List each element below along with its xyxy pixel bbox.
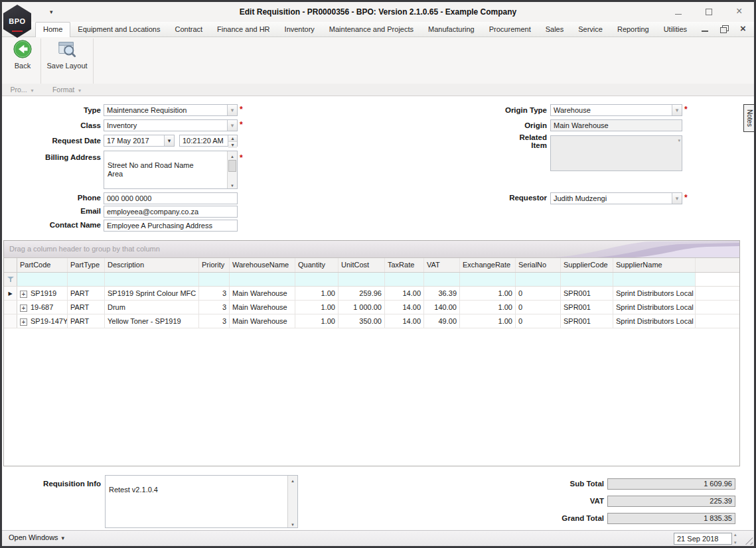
requisition-info-field[interactable]: Retest v2.1.0.4 <box>105 475 298 528</box>
grid-cell[interactable]: 14.00 <box>385 301 424 314</box>
column-header-parttype[interactable]: PartType <box>68 258 105 272</box>
table-row[interactable]: +19-687PARTDrum3Main Warehouse1.001 000.… <box>4 301 739 314</box>
table-row[interactable]: +SP19-147YPARTYellow Toner - SP19193Main… <box>4 314 739 328</box>
requisition-info-scrollbar[interactable] <box>287 476 297 527</box>
column-header-priority[interactable]: Priority <box>199 258 230 272</box>
tab-service[interactable]: Service <box>571 22 610 37</box>
filter-cell-vat[interactable] <box>424 273 460 286</box>
notes-side-tab[interactable]: Notes <box>743 104 754 132</box>
filter-cell-description[interactable] <box>105 273 199 286</box>
filter-cell-exchangerate[interactable] <box>460 273 516 286</box>
mdi-minimize-button[interactable] <box>701 25 709 33</box>
tab-manufacturing[interactable]: Manufacturing <box>421 22 482 37</box>
origin-type-select[interactable]: Warehouse <box>550 104 682 116</box>
request-time-field[interactable]: 10:21:20 AM <box>179 135 238 147</box>
grid-cell[interactable]: 3 <box>199 301 230 314</box>
expand-icon[interactable]: + <box>20 318 27 326</box>
ribbon-group-format[interactable]: Format <box>40 84 93 96</box>
grid-cell[interactable]: 1.00 <box>460 301 516 314</box>
tab-reporting[interactable]: Reporting <box>610 22 656 37</box>
grid-cell[interactable]: SPR001 <box>561 287 613 300</box>
grid-cell[interactable]: 0 <box>516 287 561 300</box>
email-field[interactable]: employeea@company.co.za <box>104 206 238 218</box>
contact-name-field[interactable]: Employee A Purchasing Address <box>104 220 238 232</box>
scroll-down-icon[interactable] <box>288 519 297 527</box>
grid-cell[interactable]: 350.00 <box>339 314 385 328</box>
grid-cell[interactable]: 14.00 <box>385 287 424 300</box>
grid-cell[interactable]: Sprint Distributors Local <box>613 301 696 314</box>
grid-cell[interactable]: 1.00 <box>295 314 339 328</box>
grid-cell[interactable]: SPR001 <box>561 314 613 328</box>
chevron-down-icon[interactable] <box>672 105 682 115</box>
grid-cell[interactable]: Sprint Distributors Local <box>613 287 696 300</box>
grid-cell[interactable]: Main Warehouse <box>230 314 295 328</box>
mdi-restore-button[interactable] <box>720 25 728 33</box>
column-header-warehousename[interactable]: WarehouseName <box>230 258 295 272</box>
grid-cell[interactable]: +SP1919 <box>17 287 68 300</box>
grid-cell[interactable]: Main Warehouse <box>230 287 295 300</box>
ribbon-group-process[interactable]: Pro... <box>3 84 40 96</box>
grid-cell[interactable]: Main Warehouse <box>230 301 295 314</box>
filter-cell-suppliername[interactable] <box>613 273 696 286</box>
close-button[interactable] <box>734 7 745 17</box>
column-header-taxrate[interactable]: TaxRate <box>385 258 424 272</box>
filter-cell-priority[interactable] <box>199 273 230 286</box>
grid-cell[interactable]: 36.39 <box>424 287 460 300</box>
tab-home[interactable]: Home <box>35 22 70 37</box>
requestor-select[interactable]: Judith Mudzengi <box>550 192 682 204</box>
grid-cell[interactable]: +SP19-147Y <box>17 314 68 328</box>
grid-cell[interactable]: 0 <box>516 301 561 314</box>
related-item-field[interactable] <box>550 135 682 171</box>
maximize-button[interactable] <box>704 7 714 17</box>
filter-cell-unitcost[interactable] <box>339 273 385 286</box>
column-header-quantity[interactable]: Quantity <box>295 258 339 272</box>
chevron-down-icon[interactable] <box>227 105 237 115</box>
back-button[interactable]: Back <box>6 39 39 82</box>
tab-utilities[interactable]: Utilities <box>656 22 694 37</box>
grid-cell[interactable]: 1.00 <box>295 287 339 300</box>
column-header-suppliercode[interactable]: SupplierCode <box>561 258 613 272</box>
grid-cell[interactable]: 3 <box>199 287 230 300</box>
tab-procurement[interactable]: Procurement <box>482 22 538 37</box>
mdi-close-button[interactable] <box>739 25 747 33</box>
expand-icon[interactable]: + <box>20 291 27 298</box>
chevron-down-icon[interactable] <box>672 193 682 204</box>
filter-cell-parttype[interactable] <box>68 273 105 286</box>
grid-cell[interactable]: Drum <box>105 301 199 314</box>
minimize-button[interactable] <box>673 7 684 17</box>
tab-contract[interactable]: Contract <box>168 22 210 37</box>
column-header-serialno[interactable]: SerialNo <box>516 258 561 272</box>
grid-cell[interactable]: 259.96 <box>339 287 385 300</box>
grid-cell[interactable]: PART <box>68 314 105 328</box>
filter-cell-partcode[interactable] <box>17 273 68 286</box>
grid-cell[interactable]: 1.00 <box>460 287 516 300</box>
scroll-down-icon[interactable] <box>228 180 237 188</box>
column-header-unitcost[interactable]: UnitCost <box>339 258 385 272</box>
date-spinner-icon[interactable] <box>733 533 740 545</box>
filter-cell-suppliercode[interactable] <box>561 273 613 286</box>
filter-cell-taxrate[interactable] <box>385 273 424 286</box>
grid-cell[interactable]: 1.00 <box>460 314 516 328</box>
column-header-exchangerate[interactable]: ExchangeRate <box>460 258 516 272</box>
grid-cell[interactable]: PART <box>68 287 105 300</box>
grid-cell[interactable]: 140.00 <box>424 301 460 314</box>
scroll-up-icon[interactable] <box>288 476 297 484</box>
scroll-up-icon[interactable] <box>228 151 237 159</box>
open-windows-button[interactable]: Open Windows <box>9 533 64 541</box>
tab-equipment-and-locations[interactable]: Equipment and Locations <box>70 22 167 37</box>
grid-cell[interactable]: 3 <box>199 314 230 328</box>
request-date-picker[interactable]: 17 May 2017 <box>104 135 175 147</box>
billing-address-field[interactable]: Street No and Road Name Area <box>104 151 238 189</box>
tab-finance-and-hr[interactable]: Finance and HR <box>210 22 277 37</box>
filter-cell-quantity[interactable] <box>295 273 339 286</box>
type-select[interactable]: Maintenance Requisition <box>104 104 238 116</box>
column-header-partcode[interactable]: PartCode <box>17 258 68 272</box>
grid-cell[interactable]: SPR001 <box>561 301 613 314</box>
phone-field[interactable]: 000 000 0000 <box>104 192 238 204</box>
status-date-field[interactable]: 21 Sep 2018 <box>674 533 732 545</box>
tab-maintenance-and-projects[interactable]: Maintenance and Projects <box>322 22 421 37</box>
filter-cell-warehousename[interactable] <box>230 273 295 286</box>
column-header-description[interactable]: Description <box>105 258 199 272</box>
scrollbar-thumb[interactable] <box>228 160 236 172</box>
spin-up-icon[interactable] <box>228 135 237 142</box>
